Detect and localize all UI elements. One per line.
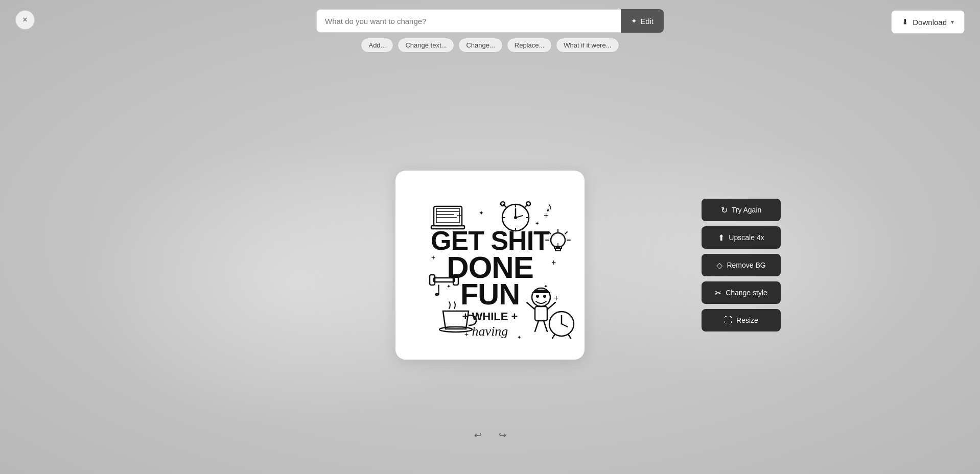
undo-icon: ↩	[474, 430, 482, 441]
svg-text:FUN: FUN	[460, 277, 520, 311]
redo-icon: ↪	[499, 430, 506, 441]
chip-what-if-it-were---[interactable]: What if it were...	[556, 38, 619, 53]
change-style-icon: ✂	[715, 288, 721, 298]
remove-bg-button[interactable]: ◇Remove BG	[702, 254, 781, 276]
try-again-button[interactable]: ↻Try Again	[702, 199, 781, 221]
redo-button[interactable]: ↪	[494, 427, 510, 443]
upscale-4x-icon: ⬆	[718, 233, 725, 243]
svg-text:♩: ♩	[434, 283, 440, 299]
svg-text:+: +	[457, 211, 461, 220]
suggestion-chips: Add...Change text...Change...Replace...W…	[361, 38, 619, 53]
svg-point-40	[536, 295, 539, 298]
chip-replace---[interactable]: Replace...	[507, 38, 552, 53]
download-button[interactable]: ⬇ Download ▾	[891, 10, 965, 34]
upscale-4x-button[interactable]: ⬆Upscale 4x	[702, 226, 781, 249]
chip-change-text---[interactable]: Change text...	[398, 38, 454, 53]
try-again-label: Try Again	[732, 206, 762, 214]
svg-text:✦: ✦	[517, 335, 521, 340]
remove-bg-icon: ◇	[716, 260, 722, 270]
download-label: Download	[913, 18, 947, 27]
top-bar: ✦ Edit Add...Change text...Change...Repl…	[0, 0, 980, 51]
search-area: ✦ Edit Add...Change text...Change...Repl…	[316, 9, 664, 53]
svg-text:✦: ✦	[535, 221, 539, 226]
svg-text:+: +	[554, 294, 558, 302]
caret-icon: ▾	[951, 18, 954, 26]
svg-text:✦: ✦	[479, 209, 484, 217]
search-bar: ✦ Edit	[316, 9, 664, 33]
actions-panel: ↻Try Again⬆Upscale 4x◇Remove BG✂Change s…	[702, 199, 781, 331]
svg-point-41	[543, 295, 546, 298]
svg-text:+: +	[551, 258, 556, 267]
card-illustration: GET SHIT DONE FUN + WHILE + having	[403, 178, 577, 352]
svg-text:+ WHILE +: + WHILE +	[462, 310, 518, 323]
resize-icon: ⛶	[724, 316, 732, 325]
svg-text:+: +	[431, 253, 435, 262]
edit-label: Edit	[640, 17, 654, 26]
svg-text:having: having	[472, 324, 508, 339]
sparkle-icon: ✦	[631, 17, 637, 25]
svg-text:✦: ✦	[447, 283, 451, 289]
resize-label: Resize	[736, 316, 758, 324]
undo-button[interactable]: ↩	[470, 427, 486, 443]
change-style-label: Change style	[726, 289, 767, 297]
chip-add---[interactable]: Add...	[361, 38, 393, 53]
try-again-icon: ↻	[721, 205, 728, 215]
svg-text:+: +	[544, 211, 548, 220]
main-content: GET SHIT DONE FUN + WHILE + having	[0, 56, 980, 474]
undo-redo-controls: ↩ ↪	[470, 427, 510, 443]
upscale-4x-label: Upscale 4x	[729, 233, 764, 242]
remove-bg-label: Remove BG	[727, 261, 765, 269]
image-card: GET SHIT DONE FUN + WHILE + having	[395, 171, 585, 360]
resize-button[interactable]: ⛶Resize	[702, 309, 781, 331]
download-icon: ⬇	[902, 17, 908, 27]
svg-text:+: +	[464, 330, 469, 338]
edit-button[interactable]: ✦ Edit	[621, 9, 664, 33]
chip-change---[interactable]: Change...	[458, 38, 502, 53]
search-input[interactable]	[316, 9, 621, 33]
change-style-button[interactable]: ✂Change style	[702, 281, 781, 304]
svg-text:✦: ✦	[544, 283, 548, 289]
